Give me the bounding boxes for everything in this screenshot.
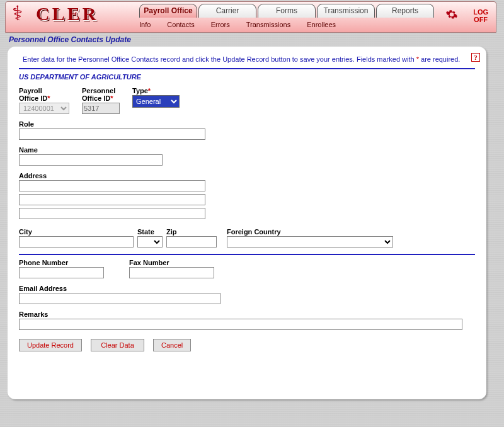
gear-icon[interactable]	[445, 8, 458, 21]
intro-a: Enter data for the Personnel Office Cont…	[23, 55, 416, 63]
logoff-button[interactable]: LOG OFF	[473, 8, 488, 23]
main-panel: ? Enter data for the Personnel Office Co…	[8, 47, 486, 399]
update-record-button[interactable]: Update Record	[19, 339, 82, 351]
caduceus-icon: ⚕	[12, 3, 23, 23]
zip-label: Zip	[166, 228, 217, 236]
email-field[interactable]	[19, 293, 220, 304]
app-header: ⚕ CLER Payroll Office Carrier Forms Tran…	[5, 1, 496, 33]
address-line2-field[interactable]	[19, 194, 205, 205]
address-line3-field[interactable]	[19, 208, 205, 219]
tab-forms[interactable]: Forms	[258, 4, 316, 18]
remarks-label: Remarks	[19, 310, 462, 318]
app-logo: CLER	[36, 3, 98, 25]
name-field[interactable]	[19, 154, 163, 166]
fax-label: Fax Number	[129, 259, 214, 266]
email-label: Email Address	[19, 285, 220, 292]
phone-field[interactable]	[19, 267, 104, 278]
subnav: Info Contacts Errors Transmissions Enrol…	[139, 21, 336, 28]
type-select[interactable]: General	[132, 95, 180, 108]
name-label: Name	[19, 146, 163, 154]
foreign-country-label: Foreign Country	[227, 228, 393, 236]
subnav-contacts[interactable]: Contacts	[167, 21, 194, 28]
role-label: Role	[19, 120, 205, 128]
zip-field[interactable]	[166, 236, 217, 248]
personnel-office-id-label: Personnel Office ID*	[82, 87, 120, 102]
rule-top	[19, 68, 475, 69]
rule-mid	[19, 254, 475, 255]
clear-data-button[interactable]: Clear Data	[91, 339, 144, 351]
state-label: State	[137, 228, 163, 236]
subnav-info[interactable]: Info	[139, 21, 151, 28]
address-label: Address	[19, 172, 205, 179]
type-label: Type*	[132, 87, 180, 94]
city-label: City	[19, 228, 134, 236]
intro-b: are required.	[419, 55, 460, 63]
personnel-office-id-field	[82, 103, 120, 114]
tab-payroll-office[interactable]: Payroll Office	[139, 4, 197, 18]
intro-text: Enter data for the Personnel Office Cont…	[23, 55, 464, 63]
department-name: US DEPARTMENT OF AGRICULTURE	[19, 73, 475, 81]
state-select[interactable]	[137, 236, 163, 248]
payroll-office-id-select: 12400001	[19, 103, 69, 114]
foreign-country-select[interactable]	[227, 236, 393, 248]
phone-label: Phone Number	[19, 259, 104, 266]
fax-field[interactable]	[129, 267, 214, 278]
cancel-button[interactable]: Cancel	[153, 339, 191, 351]
subnav-enrollees[interactable]: Enrollees	[307, 21, 336, 28]
role-field[interactable]	[19, 128, 205, 140]
help-icon[interactable]: ?	[471, 53, 480, 62]
subnav-errors[interactable]: Errors	[211, 21, 230, 28]
tab-reports[interactable]: Reports	[376, 4, 434, 18]
nav-tabs: Payroll Office Carrier Forms Transmissio…	[139, 4, 435, 18]
page-title: Personnel Office Contacts Update	[9, 35, 504, 44]
subnav-transmissions[interactable]: Transmissions	[246, 21, 291, 28]
tab-carrier[interactable]: Carrier	[198, 4, 256, 18]
city-field[interactable]	[19, 236, 134, 248]
payroll-office-id-label: Payroll Office ID*	[19, 87, 69, 102]
remarks-field[interactable]	[19, 319, 462, 330]
tab-transmission[interactable]: Transmission	[317, 4, 375, 18]
address-line1-field[interactable]	[19, 180, 205, 191]
